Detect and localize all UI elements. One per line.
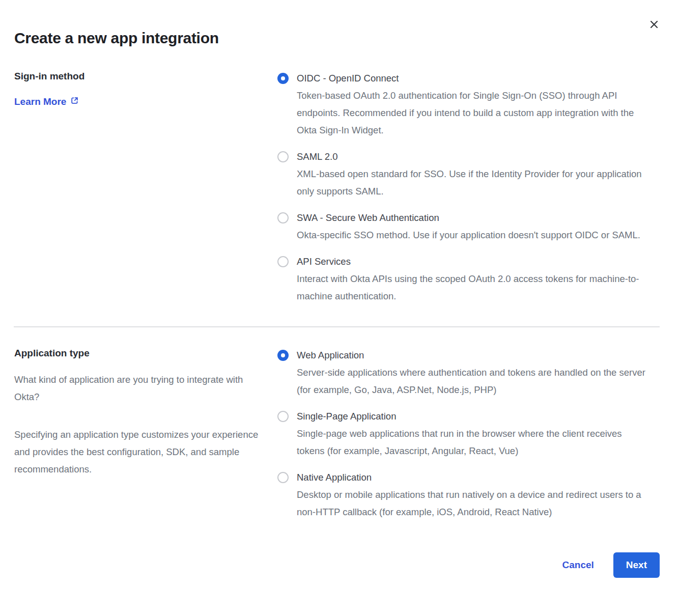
option-description: XML-based open standard for SSO. Use if …: [297, 165, 649, 200]
create-app-integration-dialog: Create a new app integration Sign-in met…: [0, 0, 678, 616]
dialog-footer: Cancel Next: [14, 552, 660, 578]
radio-option-api-services[interactable]: API Services Interact with Okta APIs usi…: [277, 253, 649, 305]
option-description: Interact with Okta APIs using the scoped…: [297, 270, 649, 305]
close-button[interactable]: [647, 18, 661, 32]
external-link-icon: [70, 96, 79, 107]
application-type-description-2: Specifying an application type customize…: [14, 426, 259, 478]
cancel-button[interactable]: Cancel: [562, 559, 594, 571]
radio-option-native-application[interactable]: Native Application Desktop or mobile app…: [277, 469, 649, 521]
application-type-description-1: What kind of application are you trying …: [14, 371, 259, 406]
option-description: Okta-specific SSO method. Use if your ap…: [297, 227, 649, 244]
next-button[interactable]: Next: [613, 552, 660, 578]
radio-unselected-icon[interactable]: [277, 411, 289, 422]
option-label: Native Application: [297, 469, 649, 486]
option-label: SAML 2.0: [297, 148, 649, 165]
signin-method-section: Sign-in method Learn More OIDC - OpenID …: [14, 70, 660, 305]
learn-more-link[interactable]: Learn More: [14, 96, 79, 107]
section-divider: [14, 326, 660, 327]
option-description: Desktop or mobile applications that run …: [297, 486, 649, 521]
radio-option-swa[interactable]: SWA - Secure Web Authentication Okta-spe…: [277, 209, 649, 244]
option-label: API Services: [297, 253, 649, 270]
application-type-label: Application type: [14, 347, 277, 360]
option-label: Web Application: [297, 347, 649, 364]
radio-option-web-application[interactable]: Web Application Server-side applications…: [277, 347, 649, 399]
option-label: SWA - Secure Web Authentication: [297, 209, 649, 227]
option-description: Single-page web applications that run in…: [297, 425, 649, 460]
dialog-title: Create a new app integration: [14, 30, 660, 47]
option-label: OIDC - OpenID Connect: [297, 70, 649, 87]
radio-option-saml[interactable]: SAML 2.0 XML-based open standard for SSO…: [277, 148, 649, 200]
close-icon: [649, 19, 659, 31]
radio-option-single-page-application[interactable]: Single-Page Application Single-page web …: [277, 408, 649, 460]
radio-selected-icon[interactable]: [277, 73, 289, 84]
option-description: Token-based OAuth 2.0 authentication for…: [297, 87, 649, 139]
radio-unselected-icon[interactable]: [277, 151, 289, 162]
radio-unselected-icon[interactable]: [277, 212, 289, 223]
learn-more-label: Learn More: [14, 96, 66, 107]
radio-option-oidc[interactable]: OIDC - OpenID Connect Token-based OAuth …: [277, 70, 649, 139]
option-description: Server-side applications where authentic…: [297, 364, 649, 399]
application-type-section: Application type What kind of applicatio…: [14, 347, 660, 521]
radio-unselected-icon[interactable]: [277, 256, 289, 267]
signin-method-label: Sign-in method: [14, 70, 277, 83]
radio-unselected-icon[interactable]: [277, 472, 289, 483]
radio-selected-icon[interactable]: [277, 350, 289, 361]
option-label: Single-Page Application: [297, 408, 649, 425]
